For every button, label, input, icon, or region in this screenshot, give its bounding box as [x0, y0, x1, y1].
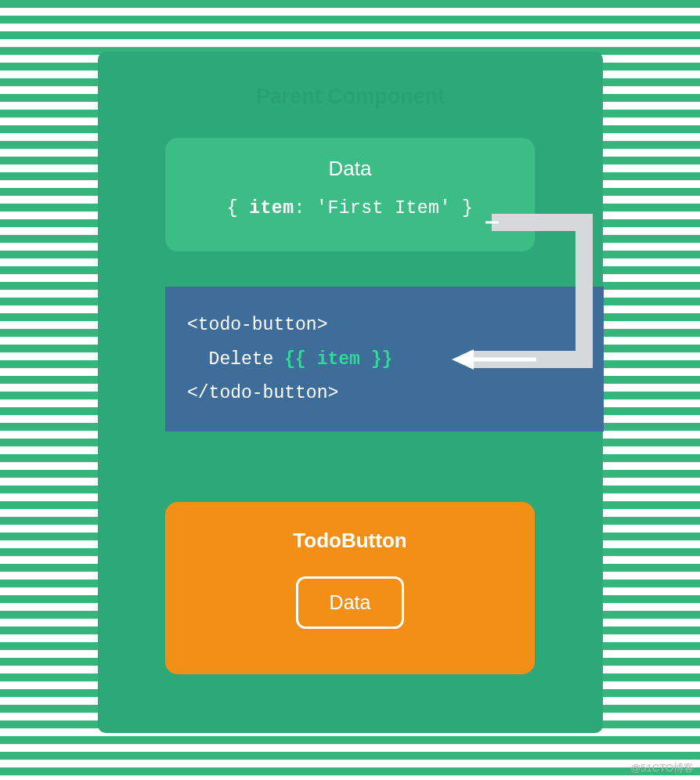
data-key: item: [249, 198, 294, 218]
code-line-2: Delete {{ item }}: [187, 343, 582, 377]
code-line-2-prefix: Delete: [209, 349, 285, 370]
code-line-2-expression: {{ item }}: [284, 349, 392, 370]
template-code-card: <todo-button> Delete {{ item }} </todo-b…: [165, 287, 604, 432]
code-line-3: </todo-button>: [187, 377, 582, 411]
diagram-stage: Parent Component Data { item: 'First Ite…: [0, 0, 700, 780]
brace-open: {: [227, 198, 250, 218]
brace-close: }: [451, 198, 474, 218]
parent-component-box: Parent Component Data { item: 'First Ite…: [98, 52, 603, 733]
data-card-body: { item: 'First Item' }: [165, 198, 535, 218]
data-colon: :: [294, 198, 316, 218]
watermark: @51CTO博客: [630, 761, 694, 775]
parent-data-card: Data { item: 'First Item' }: [165, 138, 535, 251]
child-title: TodoButton: [165, 529, 535, 553]
child-component-card: TodoButton Data: [165, 502, 535, 674]
data-value: 'First Item': [316, 198, 451, 218]
child-data-box: Data: [296, 576, 405, 629]
data-card-title: Data: [165, 157, 535, 181]
parent-title: Parent Component: [98, 85, 603, 109]
child-data-label: Data: [330, 591, 371, 613]
code-line-1: <todo-button>: [187, 309, 582, 343]
